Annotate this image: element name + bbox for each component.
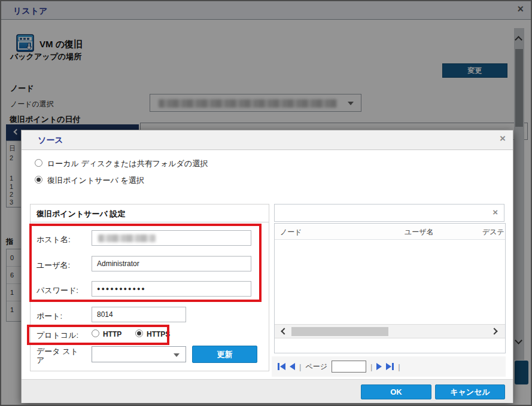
- first-page-button[interactable]: [278, 363, 285, 370]
- close-icon[interactable]: ×: [500, 133, 506, 144]
- port-label: ポート:: [37, 311, 62, 322]
- cancel-button[interactable]: キャンセル: [435, 384, 505, 399]
- node-grid-header: ノード ユーザ名 デステ: [275, 224, 505, 240]
- previous-page-button[interactable]: [290, 363, 295, 370]
- page-label: ページ: [305, 362, 327, 372]
- scroll-left-icon[interactable]: [281, 328, 287, 334]
- divider: [31, 222, 269, 222]
- radio-recovery-point-server-label[interactable]: 復旧ポイントサーバ を選択: [47, 175, 144, 186]
- column-node[interactable]: ノード: [280, 227, 302, 237]
- pagination-bar: | ページ | |: [272, 356, 506, 377]
- source-dialog-title: ソース: [38, 135, 63, 146]
- grid-filter-bar: ×: [274, 204, 504, 222]
- source-dialog: ソース × ローカル ディスクまたは共有フォルダの選択 復旧ポイントサーバ を選…: [21, 130, 513, 403]
- protocol-label: プロトコル:: [37, 330, 78, 341]
- dialog-footer: OK キャンセル: [22, 379, 513, 403]
- chevron-down-icon: [174, 353, 180, 357]
- radio-local-disk-label[interactable]: ローカル ディスクまたは共有フォルダの選択: [47, 158, 208, 169]
- separator: |: [299, 362, 301, 371]
- screenshot-root: リストア × VM の復旧 バックアップの場所 変更 ノード ノードの選択 復旧…: [0, 0, 532, 406]
- last-page-button[interactable]: [386, 363, 394, 370]
- datastore-label: データ ストア: [37, 347, 80, 365]
- column-destination[interactable]: デステ: [482, 227, 504, 237]
- password-label: パスワード:: [37, 285, 78, 296]
- source-dialog-header: ソース ×: [22, 130, 513, 150]
- redacted-hostname-value: [98, 234, 156, 242]
- radio-http[interactable]: [92, 329, 99, 337]
- radio-https-label[interactable]: HTTPS: [147, 330, 170, 338]
- refresh-button[interactable]: 更新: [192, 346, 257, 363]
- column-username[interactable]: ユーザ名: [405, 227, 434, 237]
- page-input[interactable]: [332, 361, 366, 373]
- separator: |: [398, 362, 400, 371]
- radio-local-disk[interactable]: [35, 159, 42, 167]
- radio-http-label[interactable]: HTTP: [103, 330, 121, 338]
- scrollbar-thumb[interactable]: [291, 327, 388, 336]
- radio-recovery-point-server[interactable]: [35, 176, 42, 184]
- hostname-input[interactable]: [92, 230, 251, 246]
- horizontal-scrollbar[interactable]: [275, 324, 505, 338]
- port-input[interactable]: [92, 307, 186, 322]
- username-input[interactable]: [92, 256, 251, 271]
- password-input[interactable]: [92, 281, 251, 297]
- clear-icon[interactable]: ×: [493, 207, 498, 216]
- hostname-label: ホスト名:: [37, 234, 71, 245]
- rps-settings-title: 復旧ポイントサーバ 設定: [37, 209, 125, 219]
- next-page-button[interactable]: [376, 363, 382, 370]
- separator: |: [370, 362, 372, 371]
- username-label: ユーザ名:: [37, 260, 70, 271]
- datastore-dropdown[interactable]: [92, 346, 186, 362]
- node-grid: ノード ユーザ名 デステ: [274, 223, 506, 353]
- ok-button[interactable]: OK: [361, 384, 431, 399]
- radio-https[interactable]: [135, 329, 143, 337]
- scroll-right-icon[interactable]: [491, 328, 497, 334]
